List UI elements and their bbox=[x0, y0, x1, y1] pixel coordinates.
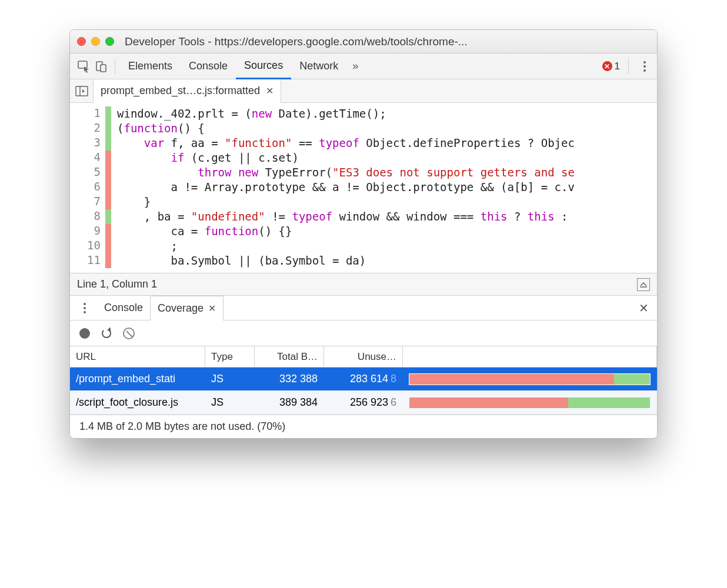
window-title: Developer Tools - https://developers.goo… bbox=[125, 35, 468, 48]
error-count: 1 bbox=[615, 61, 620, 72]
coverage-table-header: URL Type Total B… Unuse… bbox=[70, 346, 657, 368]
navigator-toggle-icon[interactable] bbox=[70, 79, 94, 103]
expand-icon[interactable] bbox=[637, 278, 650, 291]
toolbar-separator bbox=[628, 59, 629, 74]
drawer-tab-label: Coverage bbox=[158, 302, 204, 315]
coverage-type: JS bbox=[205, 368, 255, 390]
coverage-total: 332 388 bbox=[255, 368, 324, 390]
file-tab[interactable]: prompt_embed_st…c.js:formatted ✕ bbox=[94, 79, 281, 103]
close-icon[interactable]: ✕ bbox=[266, 85, 274, 96]
drawer-tab-coverage[interactable]: Coverage ✕ bbox=[150, 296, 224, 320]
header-unused[interactable]: Unuse… bbox=[324, 346, 403, 367]
drawer-tabs: Console Coverage ✕ ✕ bbox=[70, 296, 657, 320]
coverage-row[interactable]: /prompt_embed_statiJS332 388283 6148 bbox=[70, 368, 657, 391]
coverage-gutter bbox=[105, 103, 111, 273]
file-tabs: prompt_embed_st…c.js:formatted ✕ bbox=[70, 79, 657, 103]
drawer-close-icon[interactable]: ✕ bbox=[633, 301, 655, 315]
settings-menu-button[interactable] bbox=[637, 59, 652, 74]
coverage-bar bbox=[403, 391, 657, 414]
close-window-button[interactable] bbox=[77, 37, 86, 46]
coverage-url: /script_foot_closure.js bbox=[70, 391, 205, 414]
svg-rect-2 bbox=[101, 65, 106, 72]
code-editor[interactable]: 1234567891011 window._402.prlt = (new Da… bbox=[70, 103, 657, 273]
coverage-unused: 283 6148 bbox=[324, 368, 403, 390]
drawer-tab-console[interactable]: Console bbox=[97, 296, 150, 320]
window-controls bbox=[77, 37, 114, 46]
device-toggle-icon[interactable] bbox=[92, 58, 110, 75]
line-gutter: 1234567891011 bbox=[70, 103, 105, 273]
svg-rect-3 bbox=[76, 86, 88, 96]
minimize-window-button[interactable] bbox=[91, 37, 100, 46]
record-icon[interactable] bbox=[79, 328, 90, 339]
coverage-url: /prompt_embed_stati bbox=[70, 368, 205, 390]
tab-console[interactable]: Console bbox=[181, 54, 236, 79]
close-icon[interactable]: ✕ bbox=[208, 303, 216, 314]
error-icon: ✕ bbox=[602, 61, 612, 71]
tab-network[interactable]: Network bbox=[291, 54, 346, 79]
cursor-position: Line 1, Column 1 bbox=[77, 278, 157, 290]
toolbar-separator bbox=[115, 59, 115, 74]
error-badge[interactable]: ✕ 1 bbox=[602, 61, 620, 72]
zoom-window-button[interactable] bbox=[105, 37, 114, 46]
coverage-row[interactable]: /script_foot_closure.jsJS389 384256 9236 bbox=[70, 391, 657, 415]
coverage-summary: 1.4 MB of 2.0 MB bytes are not used. (70… bbox=[70, 415, 657, 438]
header-bar bbox=[403, 346, 657, 367]
header-total[interactable]: Total B… bbox=[255, 346, 324, 367]
coverage-total: 389 384 bbox=[255, 391, 324, 414]
tab-sources[interactable]: Sources bbox=[236, 54, 291, 79]
devtools-window: Developer Tools - https://developers.goo… bbox=[69, 29, 658, 439]
tabs-overflow-button[interactable]: » bbox=[346, 60, 364, 72]
inspect-icon[interactable] bbox=[75, 58, 92, 75]
reload-icon[interactable] bbox=[101, 328, 112, 339]
coverage-bar bbox=[403, 368, 657, 390]
titlebar[interactable]: Developer Tools - https://developers.goo… bbox=[70, 30, 657, 54]
coverage-unused: 256 9236 bbox=[324, 391, 403, 414]
svg-rect-0 bbox=[78, 61, 87, 68]
header-type[interactable]: Type bbox=[205, 346, 255, 367]
coverage-table-body: /prompt_embed_statiJS332 388283 6148/scr… bbox=[70, 368, 657, 415]
file-tab-label: prompt_embed_st…c.js:formatted bbox=[101, 85, 260, 97]
clear-icon[interactable] bbox=[123, 328, 135, 339]
editor-statusbar: Line 1, Column 1 bbox=[70, 273, 657, 296]
drawer-menu-button[interactable] bbox=[77, 300, 92, 316]
coverage-type: JS bbox=[205, 391, 255, 414]
tab-elements[interactable]: Elements bbox=[120, 54, 181, 79]
main-toolbar: Elements Console Sources Network » ✕ 1 bbox=[70, 54, 657, 79]
coverage-toolbar bbox=[70, 320, 657, 346]
header-url[interactable]: URL bbox=[70, 346, 205, 367]
code-content[interactable]: window._402.prlt = (new Date).getTime();… bbox=[111, 103, 657, 273]
